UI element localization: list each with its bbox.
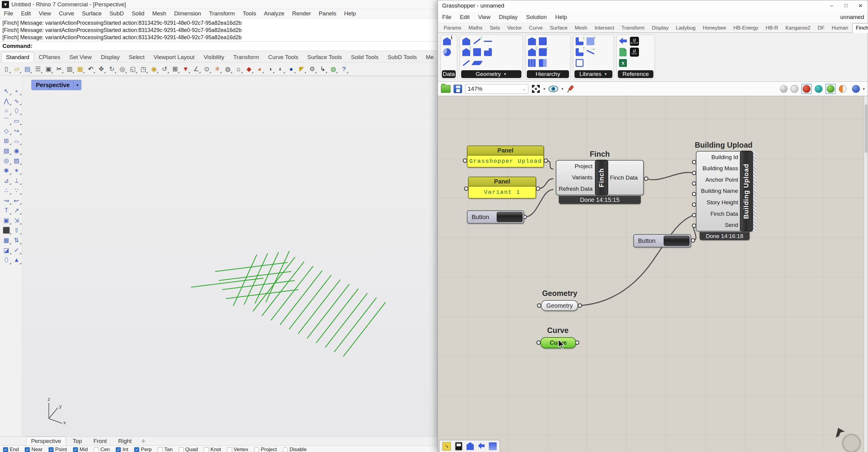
- finch-component[interactable]: Project Variants Refresh Data Finch Finc…: [556, 160, 644, 195]
- solid-icon[interactable]: ⬛: [1, 225, 11, 235]
- preview-custom-icon[interactable]: [815, 85, 823, 93]
- preview-eye-icon[interactable]: [548, 85, 558, 93]
- reference-finch-arrow-icon[interactable]: [618, 37, 627, 46]
- rhino-menu-view[interactable]: View: [35, 9, 55, 18]
- text-icon[interactable]: T: [1, 205, 11, 215]
- recent-grid-icon[interactable]: [489, 442, 497, 450]
- save-icon[interactable]: ▤: [23, 64, 32, 73]
- toolbar-tab-set-view[interactable]: Set View: [65, 52, 96, 62]
- panel-value[interactable]: Variant 1: [469, 187, 535, 198]
- array-grid-icon[interactable]: ▦: [1, 235, 11, 245]
- osnap-vertex[interactable]: Vertex: [227, 447, 248, 452]
- osnap-perp[interactable]: Perp: [134, 447, 152, 452]
- osnap-tan[interactable]: Tan: [158, 447, 173, 452]
- ribbon-group-libraries-label[interactable]: Libraries▼: [575, 70, 613, 78]
- gh-tab-transform[interactable]: Transform: [618, 24, 648, 33]
- gh-menu-help[interactable]: Help: [551, 12, 571, 22]
- ellipse-icon[interactable]: ⬯: [12, 106, 22, 116]
- select-arrow-icon[interactable]: ↖: [1, 86, 11, 96]
- explode-icon[interactable]: ✶: [12, 166, 22, 175]
- bu-input-send[interactable]: Send: [725, 222, 738, 228]
- gh-tab-surface[interactable]: Surface: [547, 24, 571, 33]
- earth-icon[interactable]: ◍: [329, 64, 338, 73]
- extrude-icon[interactable]: ⇧: [12, 225, 22, 235]
- gh-tab-finch[interactable]: Finch: [852, 23, 868, 33]
- osnap-project[interactable]: Project: [254, 447, 277, 452]
- osnap-near[interactable]: Near: [25, 447, 42, 452]
- geometry-house-up-icon[interactable]: ↑: [462, 47, 471, 57]
- reference-green-file-icon[interactable]: [618, 47, 627, 57]
- cylinder-icon[interactable]: ⬯: [1, 255, 11, 265]
- close-button[interactable]: ✕: [853, 1, 868, 10]
- gh-menu-view[interactable]: View: [474, 12, 495, 22]
- recent-finch-arrow-icon[interactable]: [478, 443, 485, 450]
- open-document-icon[interactable]: [441, 85, 451, 93]
- patch-surface-icon[interactable]: ▨: [12, 156, 22, 165]
- display-ghosted-icon[interactable]: ◐: [276, 64, 285, 73]
- gh-tab-ladybug[interactable]: Ladybug: [673, 24, 699, 33]
- finch-output-finch-data[interactable]: Finch Data: [610, 174, 638, 181]
- geometry-component[interactable]: Geometry: [541, 300, 578, 311]
- finch-input-project[interactable]: Project: [575, 163, 592, 170]
- lock-icon[interactable]: ⌂: [234, 64, 243, 73]
- gh-tab-df[interactable]: DF: [814, 24, 828, 33]
- geometry-line-up-icon[interactable]: ↑: [472, 37, 482, 46]
- hierarchy-square-icon[interactable]: [538, 37, 547, 46]
- pyramid-icon[interactable]: ▲: [12, 255, 22, 265]
- toolbar-tab-curve-tools[interactable]: Curve Tools: [264, 52, 303, 62]
- preview-shaded-selected[interactable]: [801, 84, 812, 94]
- display-raytraced-icon[interactable]: ●: [287, 64, 296, 73]
- checkbox-unchecked-icon[interactable]: [179, 447, 184, 452]
- rhino-menu-surface[interactable]: Surface: [78, 9, 105, 18]
- osnap-int[interactable]: Int: [116, 447, 128, 452]
- checkbox-unchecked-icon[interactable]: [227, 447, 232, 452]
- button-component-2[interactable]: Button: [633, 234, 691, 248]
- rhino-menu-subd[interactable]: SubD: [105, 9, 128, 18]
- rotate-view-icon[interactable]: ↻: [107, 64, 116, 73]
- libraries-layout-icon[interactable]: [575, 59, 584, 67]
- lamp-icon[interactable]: ◍: [223, 64, 232, 73]
- perspective-viewport[interactable]: Perspective ▾: [22, 76, 438, 436]
- button-component-1[interactable]: Button: [467, 210, 524, 224]
- geometry-house-icon[interactable]: [462, 37, 471, 46]
- gh-tab-vector[interactable]: Vector: [504, 24, 525, 33]
- named-view-icon[interactable]: ▼: [181, 64, 190, 73]
- rhino-menu-mesh[interactable]: Mesh: [148, 9, 170, 18]
- bu-input-building-mass[interactable]: Building Mass: [703, 165, 738, 172]
- arc-icon[interactable]: ⌒: [1, 116, 11, 125]
- export-icon[interactable]: ▣: [44, 64, 53, 73]
- rhino-menu-dimension[interactable]: Dimension: [170, 9, 205, 18]
- osnap-end[interactable]: End: [3, 447, 19, 452]
- checkbox-checked-icon[interactable]: [134, 447, 139, 452]
- checkbox-unchecked-icon[interactable]: [204, 447, 209, 452]
- box-icon[interactable]: ▧: [1, 146, 11, 155]
- hierarchy-building-up-icon[interactable]: ↑: [527, 47, 536, 57]
- finch-input-refresh-data[interactable]: Refresh Data: [559, 186, 592, 192]
- toolbar-tab-standard[interactable]: Standard: [1, 52, 34, 62]
- help-icon[interactable]: ?: [339, 64, 348, 73]
- gh-tab-display[interactable]: Display: [649, 24, 672, 33]
- group-icon[interactable]: ∴: [1, 186, 11, 195]
- preview-dropdown-icon[interactable]: ▾: [561, 87, 563, 91]
- rhino-menu-help[interactable]: Help: [340, 9, 360, 18]
- toolbar-tab-select[interactable]: Select: [124, 52, 149, 62]
- checkbox-checked-icon[interactable]: [3, 447, 8, 452]
- libraries-layout-up-icon[interactable]: ↑: [586, 37, 595, 46]
- toolbar-tab-viewport-layout[interactable]: Viewport Layout: [149, 52, 199, 62]
- ribbon-group-geometry-label[interactable]: Geometry▼: [461, 70, 521, 78]
- sketch-tool-icon[interactable]: ⇘: [442, 442, 451, 451]
- checkbox-checked-icon[interactable]: [116, 447, 121, 452]
- reference-text-icon[interactable]: ᘺTEXT: [630, 47, 639, 57]
- blocks-icon[interactable]: ▣: [1, 216, 11, 225]
- recent-building-icon[interactable]: [467, 442, 474, 450]
- checkbox-unchecked-icon[interactable]: [158, 447, 163, 452]
- osnap-cen[interactable]: Cen: [94, 447, 110, 452]
- curve-icon[interactable]: ∿: [12, 96, 22, 105]
- rhino-menu-solid[interactable]: Solid: [128, 9, 148, 18]
- libraries-path-arrow-icon[interactable]: →: [586, 47, 595, 57]
- gh-menu-edit[interactable]: Edit: [456, 12, 474, 22]
- zoom-dropdown-icon[interactable]: ⌄: [522, 87, 526, 91]
- osnap-mid[interactable]: Mid: [73, 447, 88, 452]
- preview-blue-icon[interactable]: [852, 85, 860, 93]
- gh-tab-mesh[interactable]: Mesh: [571, 24, 591, 33]
